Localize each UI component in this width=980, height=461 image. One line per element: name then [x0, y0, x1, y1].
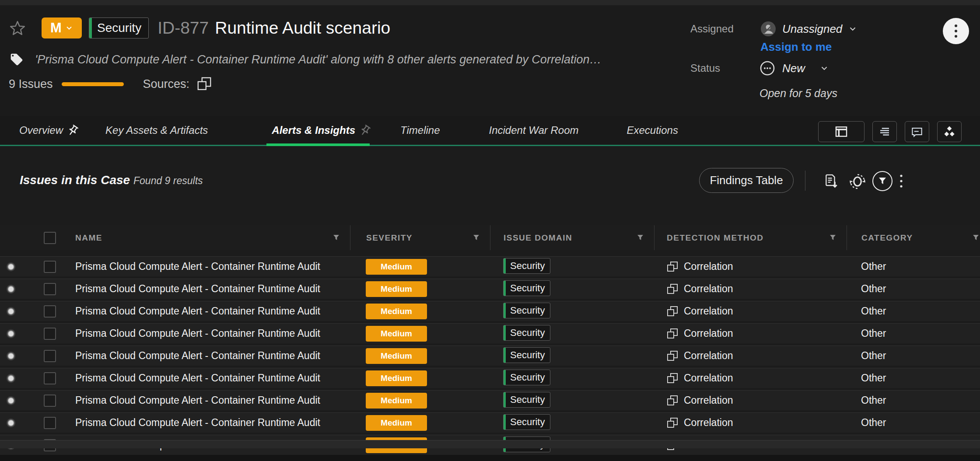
bottom-strip — [0, 440, 980, 448]
severity-badge: Medium — [366, 393, 427, 409]
table-row[interactable]: Prisma Cloud Compute Alert - Container R… — [0, 301, 980, 321]
finding-name[interactable]: Prisma Cloud Compute Alert - Container R… — [59, 283, 350, 295]
column-header[interactable]: DETECTION METHOD — [654, 225, 847, 250]
table-row[interactable]: Prisma Cloud Compute Alert - Container R… — [0, 390, 980, 410]
star-icon[interactable] — [9, 20, 26, 37]
tab-incident-war-room[interactable]: Incident War Room — [476, 116, 592, 145]
open-duration: Open for 5 days — [760, 87, 837, 100]
table-row[interactable]: Prisma Cloud Compute Alert - Container R… — [0, 323, 980, 343]
tab-key-assets-artifacts[interactable]: Key Assets & Artifacts — [92, 116, 221, 145]
category-value: Other — [847, 261, 980, 272]
tab-alerts-insights[interactable]: Alerts & Insights — [259, 116, 385, 145]
align-lines-icon — [878, 125, 891, 138]
issue-domain-chip: Security — [503, 370, 550, 385]
refresh-button[interactable] — [849, 173, 866, 190]
select-all-cell — [31, 232, 59, 244]
filter-funnel-icon[interactable] — [333, 234, 340, 241]
section-title: Issues in this Case — [20, 173, 130, 187]
unread-indicator — [6, 418, 16, 428]
finding-name[interactable]: Prisma Cloud Compute Alert - Container R… — [59, 328, 350, 339]
correlation-icon — [666, 417, 679, 429]
filter-funnel-icon[interactable] — [973, 234, 979, 241]
filter-funnel-icon[interactable] — [830, 234, 836, 241]
pin-icon — [64, 122, 81, 139]
comments-button[interactable] — [905, 121, 929, 142]
assigned-value: Unassigned — [782, 22, 842, 36]
priority-badge-label: M — [50, 20, 62, 36]
select-all-checkbox[interactable] — [44, 232, 56, 244]
column-header[interactable]: SEVERITY — [350, 225, 490, 250]
sources-icon[interactable] — [196, 76, 212, 92]
column-header[interactable]: ISSUE DOMAIN — [490, 225, 654, 250]
row-checkbox[interactable] — [44, 283, 56, 295]
case-actions-menu-button[interactable] — [943, 18, 969, 44]
row-checkbox[interactable] — [44, 372, 56, 384]
table-row[interactable]: Prisma Cloud Compute Alert - Container R… — [0, 346, 980, 366]
avatar — [760, 21, 776, 37]
tab-overview[interactable]: Overview — [6, 116, 92, 145]
results-count: Found 9 results — [133, 175, 203, 187]
category-value: Other — [847, 350, 980, 362]
tab-bar: Overview Key Assets & Artifacts Alerts &… — [0, 116, 980, 146]
correlation-icon — [666, 372, 679, 384]
cubes-icon — [943, 125, 956, 138]
row-checkbox[interactable] — [44, 261, 56, 273]
issue-domain-chip: Security — [503, 303, 550, 318]
severity-badge: Medium — [366, 348, 427, 364]
filter-funnel-icon[interactable] — [473, 234, 480, 241]
unread-indicator — [6, 396, 16, 405]
finding-name[interactable]: Prisma Cloud Compute Alert - Container R… — [59, 305, 350, 317]
category-value: Other — [847, 372, 980, 384]
row-checkbox[interactable] — [44, 417, 56, 429]
issue-domain-chip: Security — [503, 325, 550, 341]
assign-to-me-link[interactable]: Assign to me — [760, 40, 832, 54]
correlation-icon — [666, 395, 679, 407]
unread-indicator — [6, 284, 16, 294]
table-row[interactable]: Prisma Cloud Compute Alert - Container R… — [0, 256, 980, 276]
filter-button[interactable] — [872, 170, 893, 192]
finding-name[interactable]: Prisma Cloud Compute Alert - Container R… — [59, 350, 350, 362]
top-strip — [0, 0, 980, 5]
blocks-button[interactable] — [937, 121, 962, 142]
table-row[interactable]: Prisma Cloud Compute Alert - Container R… — [0, 279, 980, 299]
assignee-dropdown[interactable]: Unassigned — [760, 21, 857, 37]
filter-circle-icon — [872, 170, 893, 192]
correlation-icon — [666, 328, 679, 340]
row-checkbox[interactable] — [44, 328, 56, 340]
column-header[interactable]: NAME — [59, 225, 350, 250]
row-checkbox[interactable] — [44, 305, 56, 318]
case-type-label: Security — [97, 21, 141, 35]
export-report-button[interactable] — [822, 172, 840, 190]
correlation-icon — [666, 261, 679, 273]
filter-funnel-icon[interactable] — [637, 234, 644, 241]
list-view-button[interactable] — [872, 121, 897, 142]
tab-executions[interactable]: Executions — [614, 116, 691, 145]
finding-name[interactable]: Prisma Cloud Compute Alert - Container R… — [59, 261, 350, 272]
table-row[interactable]: Prisma Cloud Compute Alert - Container R… — [0, 368, 980, 388]
layout-icon — [834, 124, 849, 139]
row-checkbox[interactable] — [44, 350, 56, 362]
row-checkbox[interactable] — [44, 395, 56, 407]
issues-row: 9 Issues Sources: — [9, 76, 212, 92]
finding-name[interactable]: Prisma Cloud Compute Alert - Container R… — [59, 417, 350, 429]
status-value: New — [782, 62, 820, 75]
findings-table-button[interactable]: Findings Table — [699, 168, 794, 193]
layout-view-button[interactable] — [818, 121, 864, 142]
column-header[interactable]: CATEGORY — [847, 225, 980, 250]
finding-name[interactable]: Prisma Cloud Compute Alert - Container R… — [59, 395, 350, 406]
issue-domain-chip: Security — [503, 347, 550, 363]
category-value: Other — [847, 417, 980, 429]
alerts-insights-panel: Issues in this Case Found 9 results Find… — [0, 146, 980, 448]
priority-badge[interactable]: M — [42, 17, 82, 38]
table-row[interactable]: Prisma Cloud Compute Alert - Container R… — [0, 412, 980, 433]
tab-timeline[interactable]: Timeline — [387, 116, 453, 145]
unread-indicator — [6, 329, 16, 339]
status-dropdown[interactable]: New — [760, 60, 829, 76]
unread-indicator — [6, 262, 16, 272]
finding-name[interactable]: Prisma Cloud Compute Alert - Container R… — [59, 372, 350, 384]
kebab-icon — [954, 24, 958, 38]
case-description: 'Prisma Cloud Compute Alert - Container … — [35, 53, 601, 66]
severity-badge: Medium — [366, 370, 427, 386]
page-title: Runtime Audit scenario — [215, 18, 390, 38]
more-actions-button[interactable] — [900, 174, 903, 188]
